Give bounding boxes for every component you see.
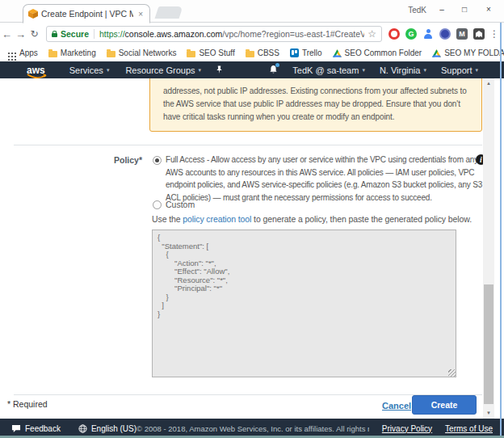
browser-window: Create Endpoint | VPC M × TedK – □ × ← →…: [0, 0, 504, 438]
maximize-button[interactable]: □: [457, 2, 472, 17]
cancel-button[interactable]: Cancel: [382, 401, 411, 411]
policy-field-label: Policy*: [81, 155, 142, 165]
url-separator: [94, 29, 94, 39]
section-divider: [14, 145, 482, 145]
policy-helper-text: Use the policy creation tool to generate…: [152, 214, 472, 224]
bookmark-social-networks[interactable]: Social Networks: [107, 48, 177, 57]
titlebar: Create Endpoint | VPC M × TedK – □ ×: [0, 0, 504, 23]
vpc-cube-favicon: [28, 9, 38, 19]
chevron-down-icon: ▾: [362, 67, 365, 74]
full-access-description: Full Access - Allow access by any user o…: [166, 154, 482, 204]
nav-support-menu[interactable]: Support▾: [441, 65, 478, 75]
privacy-policy-link[interactable]: Privacy Policy: [382, 424, 432, 433]
page-scrollbar[interactable]: ▲ ▼: [483, 78, 494, 419]
tab-title: Create Endpoint | VPC M: [41, 9, 133, 19]
nav-resource-groups[interactable]: Resource Groups▾: [125, 65, 201, 75]
notifications-bell-icon[interactable]: [269, 65, 278, 76]
folder-icon: [246, 51, 254, 57]
minimize-button[interactable]: –: [435, 2, 449, 17]
chrome-profile-name[interactable]: TedK: [408, 6, 426, 15]
resize-handle-icon[interactable]: [448, 369, 456, 377]
bookmark-seo-common-folder[interactable]: SEO Common Folder: [333, 48, 422, 57]
nav-services[interactable]: Services▾: [69, 65, 110, 75]
pushpin-icon[interactable]: [216, 65, 223, 76]
policy-editor[interactable]: { "Statement": [ { "Action": "*", "Effec…: [152, 230, 456, 377]
language-selector[interactable]: English (US): [78, 424, 136, 433]
extension-icons: G M: [388, 28, 485, 40]
scroll-up-arrow[interactable]: ▲: [483, 78, 494, 89]
forward-button[interactable]: →: [14, 28, 27, 40]
navbar-right: TedK @ sa-team▾ N. Virginia▾ Support▾: [269, 65, 478, 76]
create-endpoint-button[interactable]: Create endpoint: [412, 395, 477, 415]
info-icon[interactable]: i: [476, 154, 483, 165]
drive-icon: [333, 49, 342, 57]
url-host: console.aws.amazon.com: [125, 29, 223, 39]
bookmark-star-icon[interactable]: ☆: [368, 28, 376, 40]
copyright-text: © 2008 - 2018, Amazon Web Services, Inc.…: [136, 424, 369, 433]
browser-menu-icon[interactable]: ⋮: [489, 28, 499, 40]
apps-grid-icon: [8, 53, 10, 54]
folder-icon: [48, 51, 57, 57]
required-note: * Required: [7, 399, 48, 409]
tab-close-icon[interactable]: ×: [136, 10, 145, 19]
notification-dot: [275, 63, 279, 67]
bookmark-marketing[interactable]: Marketing: [48, 48, 96, 57]
blue-person-extension-icon[interactable]: [422, 28, 434, 40]
nav-account-menu[interactable]: TedK @ sa-team▾: [292, 65, 365, 75]
secure-label: Secure: [61, 29, 89, 39]
chevron-down-icon: ▾: [423, 67, 426, 74]
chevron-down-icon: ▾: [199, 67, 202, 74]
back-button[interactable]: ←: [0, 28, 14, 40]
chevron-down-icon: ▾: [107, 67, 110, 74]
browser-tab[interactable]: Create Endpoint | VPC M ×: [23, 4, 150, 23]
policy-creation-tool-link[interactable]: policy creation tool: [183, 214, 251, 224]
window-right-border: [500, 23, 502, 436]
custom-radio-label[interactable]: Custom: [166, 200, 195, 209]
full-access-radio[interactable]: [153, 156, 162, 165]
page-content: addresses, not public IP addresses. Exis…: [0, 78, 483, 419]
folder-icon: [187, 51, 195, 57]
address-bar[interactable]: Secure https://console.aws.amazon.com/vp…: [46, 26, 382, 42]
custom-radio[interactable]: [153, 200, 162, 209]
reload-button[interactable]: ↻: [27, 28, 41, 40]
globe-icon: [78, 424, 87, 433]
warning-box: addresses, not public IP addresses. Exis…: [149, 78, 482, 132]
aws-logo[interactable]: aws: [27, 66, 45, 74]
bookmark-apps[interactable]: Apps: [6, 48, 38, 57]
secure-lock-icon: [52, 33, 57, 37]
chevron-down-icon: ▾: [475, 67, 478, 74]
ghost-extension-icon[interactable]: [473, 28, 485, 40]
red-ring-extension-icon[interactable]: [388, 28, 400, 40]
nav-region-menu[interactable]: N. Virginia▾: [380, 65, 426, 75]
browser-toolbar: ← → ↻ Secure https://console.aws.amazon.…: [0, 23, 504, 44]
bookmark-trello[interactable]: Trello: [290, 48, 322, 57]
bookmark-cbss[interactable]: CBSS: [246, 48, 279, 57]
terms-of-use-link[interactable]: Terms of Use: [445, 424, 493, 433]
close-window-button[interactable]: ×: [481, 2, 496, 17]
scroll-down-arrow[interactable]: ▼: [483, 408, 494, 419]
green-circle-extension-icon[interactable]: G: [405, 28, 417, 40]
m-extension-icon[interactable]: M: [456, 28, 468, 40]
url-scheme: https://: [99, 29, 125, 39]
bookmark-seo-stuff[interactable]: SEO Stuff: [187, 48, 234, 57]
new-tab-button[interactable]: [155, 6, 183, 19]
warning-text: addresses, not public IP addresses. Exis…: [163, 85, 468, 124]
scrollbar-thumb[interactable]: [484, 284, 494, 404]
folder-icon: [107, 51, 116, 57]
bookmark-seo-my-foldah[interactable]: SEO MY FOLDAH: [432, 48, 504, 57]
url-text[interactable]: https://console.aws.amazon.com/vpc/home?…: [99, 29, 364, 39]
aws-navbar: aws Services▾ Resource Groups▾ TedK @ sa…: [0, 61, 504, 78]
trello-icon: [290, 48, 299, 57]
blue-circle-extension-icon[interactable]: [439, 28, 451, 40]
speech-bubble-icon: [11, 424, 21, 433]
drive-icon: [432, 49, 441, 57]
policy-editor-wrap: { "Statement": [ { "Action": "*", "Effec…: [152, 230, 456, 377]
url-path: /vpc/home?region=us-east-1#CreateVpcEndp…: [222, 29, 364, 39]
bookmarks-bar: Apps Marketing Social Networks SEO Stuff…: [0, 44, 504, 61]
feedback-button[interactable]: Feedback: [11, 424, 61, 433]
